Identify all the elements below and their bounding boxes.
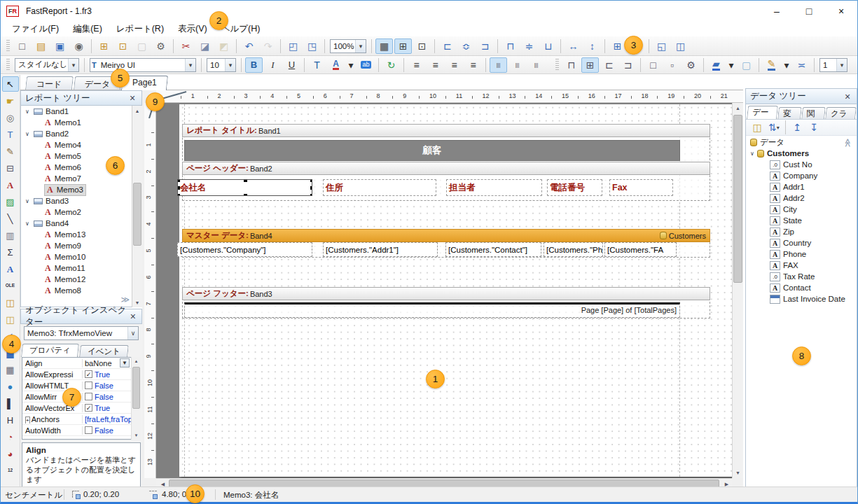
dt-database-button[interactable]: ◫ — [749, 120, 765, 134]
align-top-button[interactable]: ⊓ — [501, 38, 519, 54]
chevron-down-icon[interactable]: ▾ — [355, 40, 366, 52]
field-node[interactable]: AAddr1 — [746, 181, 857, 192]
line-width-combo[interactable]: 1▾ — [819, 58, 847, 72]
scroll-up-icon[interactable]: ▲ — [132, 357, 141, 365]
maximize-button[interactable]: □ — [793, 1, 825, 22]
selection-handle[interactable] — [310, 194, 312, 196]
scroll-down-icon[interactable]: ▼ — [132, 298, 142, 307]
chevron-down-icon[interactable]: ▾ — [68, 59, 78, 71]
object-selector-combo[interactable]: Memo3: TfrxMemoView ∨ — [24, 326, 139, 340]
memo-node[interactable]: AMemo7 — [21, 173, 141, 184]
fill-dropdown[interactable]: ▾ — [726, 57, 736, 73]
property-row[interactable]: AutoWidthFalse — [22, 425, 140, 436]
fill-style-button[interactable]: ▢ — [738, 57, 755, 73]
canvas-area[interactable]: レポート タイトル: Band1 顧客 ページ ヘッダー: Band2 マスター… — [156, 103, 732, 478]
field-node[interactable]: APhone — [746, 248, 857, 260]
chevron-down-icon[interactable]: ∨ — [127, 327, 138, 340]
sum-object-button[interactable]: Σ — [2, 244, 19, 260]
selection-handle[interactable] — [310, 186, 312, 190]
menu-item-1[interactable]: ファイル(F) — [5, 22, 66, 36]
chevron-down-icon[interactable]: ∨ — [750, 150, 757, 157]
text-vertical-bottom-button[interactable]: ||| — [527, 57, 545, 73]
field-node[interactable]: ACountry — [746, 237, 857, 248]
field-node[interactable]: .0Tax Rate — [746, 271, 857, 282]
data-root-node[interactable]: データ≫ — [746, 136, 857, 148]
field-node[interactable]: ACity — [746, 204, 857, 215]
text-align-center-button[interactable]: ≡ — [427, 57, 444, 73]
memo-node[interactable]: AMemo13 — [21, 229, 141, 240]
dropdown-icon[interactable]: ▼ — [120, 358, 130, 368]
canvas-vertical-scrollbar[interactable]: ▲ ▼ — [732, 103, 743, 478]
dt-collapse-button[interactable]: ↥ — [789, 120, 805, 134]
fill-color-button[interactable]: ▰ — [707, 57, 725, 73]
text-object-button[interactable]: A — [2, 177, 19, 192]
bold-button[interactable]: B — [245, 57, 263, 73]
font-combo[interactable]: TMeiryo UI▾ — [90, 58, 196, 72]
scroll-up-icon[interactable]: ▲ — [733, 103, 743, 113]
fit-to-grid-button[interactable]: ◱ — [653, 38, 670, 54]
chart-frame-object-button[interactable]: ◫ — [2, 295, 19, 310]
chevron-down-icon[interactable]: ▾ — [777, 125, 780, 131]
menu-item-4[interactable]: 表示(V) — [171, 22, 214, 36]
picture-object-button[interactable]: ▨ — [2, 194, 19, 209]
field-node[interactable]: AContact — [746, 282, 857, 293]
property-row[interactable]: AlignbaNone▼ — [22, 358, 140, 369]
memo-node[interactable]: AMemo3 — [21, 184, 141, 195]
text-cursor-tool-button[interactable]: T — [2, 127, 19, 142]
checkbox-icon[interactable]: ✓ — [85, 370, 92, 378]
minimize-button[interactable]: – — [761, 1, 793, 22]
insert-band-button[interactable]: ⊟ — [2, 160, 19, 176]
checkbox-icon[interactable] — [85, 393, 92, 400]
line-dropdown[interactable]: ▾ — [782, 57, 791, 73]
underline-button[interactable]: U — [283, 57, 300, 73]
checkbox-icon[interactable]: ✓ — [85, 404, 92, 412]
chevron-down-icon[interactable]: ∨ — [25, 108, 32, 115]
map-object-button[interactable]: ● — [2, 379, 19, 394]
expand-tree-icon[interactable]: ≫ — [120, 295, 130, 304]
page-header-band-header[interactable]: ページ ヘッダー: Band2 — [182, 162, 710, 175]
align-left-button[interactable]: ⊏ — [438, 38, 456, 54]
scroll-down-icon[interactable]: ▼ — [733, 468, 743, 478]
frame-right-button[interactable]: ⊐ — [619, 57, 637, 73]
band-node[interactable]: ∨Band3 — [21, 195, 141, 206]
space-horizontally-button[interactable]: ↔ — [565, 38, 582, 54]
selection-handle[interactable] — [177, 194, 180, 196]
chevron-down-icon[interactable]: ▾ — [185, 59, 195, 71]
text-align-left-button[interactable]: ≡ — [408, 57, 425, 73]
header-field-5[interactable]: Fax — [609, 179, 673, 196]
align-middle-button[interactable]: ≑ — [520, 38, 538, 54]
new-dialog-page-button[interactable]: ⊡ — [114, 38, 132, 54]
line-style-button[interactable]: ≍ — [793, 57, 810, 73]
memo-node[interactable]: AMemo11 — [21, 262, 141, 274]
align-bottom-button[interactable]: ⊔ — [539, 38, 557, 54]
format-painter-button[interactable]: ✎ — [2, 144, 19, 159]
property-row[interactable]: AllowVectorEx✓True — [22, 402, 140, 414]
ungroup-objects-button[interactable]: ◳ — [303, 38, 321, 54]
font-settings-button[interactable]: T — [308, 57, 326, 73]
copy-button[interactable]: ◪ — [196, 38, 214, 54]
preview-button[interactable]: ◉ — [70, 38, 88, 54]
tab-コード[interactable]: コード — [25, 76, 74, 90]
gauge-object-button[interactable]: ◔ — [2, 429, 19, 444]
barcode-object-button[interactable]: ▌ — [2, 396, 19, 411]
memo-node[interactable]: AMemo4 — [21, 139, 141, 150]
property-grid-scrollbar[interactable]: ▲ ▼ — [131, 357, 141, 440]
page-footer-band-header[interactable]: ページ フッター: Band3 — [182, 287, 710, 300]
data-tree-tab-変数[interactable]: 変数 — [777, 107, 802, 119]
memo-node[interactable]: AMemo5 — [21, 150, 141, 162]
memo-node[interactable]: AMemo9 — [21, 240, 141, 251]
frame-left-button[interactable]: ⊏ — [600, 57, 618, 73]
align-right-button[interactable]: ⊐ — [476, 38, 494, 54]
chevron-down-icon[interactable]: ∨ — [25, 220, 32, 227]
font-color-dropdown[interactable]: ▾ — [346, 57, 356, 73]
frame-edit-button[interactable]: ⚙ — [682, 57, 700, 73]
header-field-3[interactable]: 担当者 — [446, 179, 542, 196]
data-field-1[interactable]: [Customers."Company"] — [177, 242, 312, 257]
cut-button[interactable]: ✂ — [177, 38, 195, 54]
scroll-down-icon[interactable]: ▼ — [132, 431, 141, 440]
hand-tool-button[interactable]: ☛ — [2, 93, 19, 108]
align-to-grid-button[interactable]: ⊞ — [394, 38, 412, 54]
selection-handle[interactable] — [177, 186, 180, 190]
footer-memo[interactable]: Page [Page] of [TotalPages] — [184, 302, 680, 318]
memo-node[interactable]: AMemo2 — [21, 206, 141, 218]
